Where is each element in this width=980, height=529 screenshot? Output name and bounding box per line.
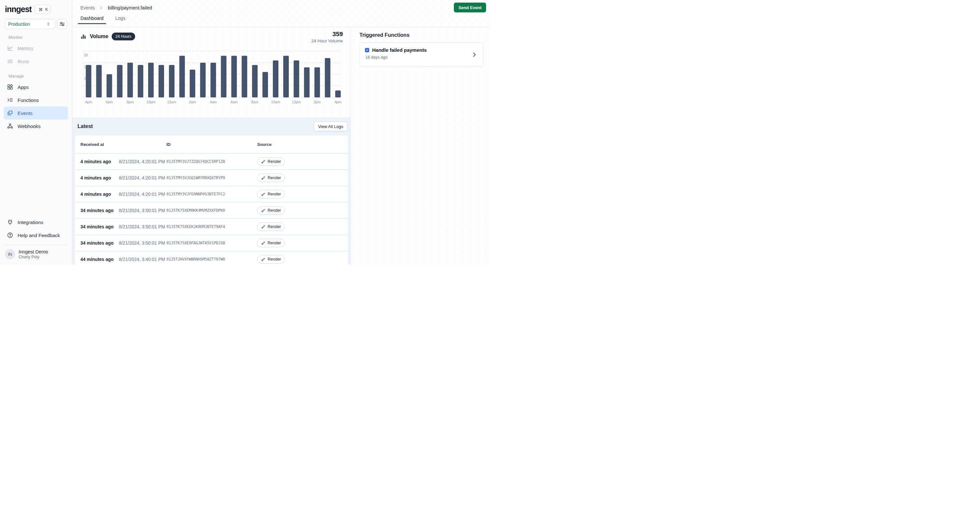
- environment-select[interactable]: Production: [5, 19, 55, 29]
- sidebar: inngest K Production MonitorMetricsRunsM…: [0, 0, 72, 264]
- sidebar-item-functions[interactable]: Functions: [4, 94, 68, 107]
- command-k-shortcut[interactable]: K: [35, 5, 51, 14]
- source-badge-render[interactable]: Render: [257, 239, 285, 247]
- event-id: 01J5TK75XEEKJK0EMJBTET9AF4: [165, 225, 257, 229]
- sidebar-item-events[interactable]: Events: [4, 107, 68, 120]
- function-code-icon: [365, 48, 369, 52]
- tab-dashboard[interactable]: Dashboard: [78, 16, 106, 24]
- function-name: Handle failed payments: [372, 47, 427, 53]
- table-row[interactable]: 34 minutes ago8/21/2024, 3:50:01 PM01J5T…: [75, 218, 348, 234]
- time-range-badge[interactable]: 24 Hours: [112, 33, 135, 40]
- received-relative: 4 minutes ago: [75, 175, 117, 180]
- environment-name: Production: [8, 21, 30, 27]
- source-badge-render[interactable]: Render: [257, 255, 285, 263]
- app-root: inngest K Production MonitorMetricsRunsM…: [0, 0, 490, 264]
- source-badge-render[interactable]: Render: [257, 190, 285, 198]
- tabs: Dashboard Logs: [78, 16, 490, 24]
- source-label: Render: [267, 159, 281, 164]
- chevron-right-icon: [471, 51, 477, 58]
- column-received-at: Received at: [75, 142, 117, 147]
- svg-text:20: 20: [84, 53, 88, 57]
- webhooks-icon: [7, 123, 13, 129]
- svg-text:10pm: 10pm: [146, 100, 156, 104]
- svg-text:10am: 10am: [271, 100, 280, 104]
- event-id: 01J5TJHVXYWBRNHSM58ZTT07W0: [165, 257, 257, 261]
- metrics-icon: [7, 45, 13, 51]
- received-datetime: 8/21/2024, 3:50:01 PM: [117, 241, 165, 245]
- breadcrumb: Events billing/payment.failed: [72, 0, 490, 11]
- volume-chart-section: Volume 24 Hours 359 24 Hour Volume 51015…: [72, 27, 351, 117]
- source-badge-render[interactable]: Render: [257, 206, 285, 215]
- triggered-functions-title: Triggered Functions: [360, 32, 484, 38]
- triggered-functions-panel: Triggered Functions Handle failed paymen…: [351, 27, 490, 264]
- table-row[interactable]: 4 minutes ago8/21/2024, 4:20:01 PM01J5TM…: [75, 186, 348, 202]
- source-badge-render[interactable]: Render: [257, 174, 285, 182]
- breadcrumb-event-name: billing/payment.failed: [108, 5, 152, 10]
- triggered-function-card[interactable]: Handle failed payments 16 days ago: [360, 42, 484, 67]
- shortcut-key: K: [45, 7, 48, 12]
- sidebar-item-integrations[interactable]: Integrations: [4, 216, 68, 229]
- sidebar-item-apps[interactable]: Apps: [4, 80, 68, 94]
- received-datetime: 8/21/2024, 4:20:01 PM: [117, 175, 165, 180]
- command-icon: [37, 6, 44, 13]
- sidebar-item-webhooks[interactable]: Webhooks: [4, 120, 68, 132]
- received-relative: 34 minutes ago: [75, 224, 117, 229]
- sidebar-item-label: Metrics: [18, 46, 33, 51]
- svg-text:8am: 8am: [251, 100, 258, 104]
- received-relative: 34 minutes ago: [75, 208, 117, 213]
- inngest-logo[interactable]: inngest: [5, 5, 32, 14]
- source-label: Render: [267, 257, 281, 261]
- column-id: ID: [165, 142, 257, 147]
- view-all-logs-button[interactable]: View All Logs: [314, 121, 347, 131]
- tab-logs[interactable]: Logs: [113, 16, 128, 24]
- user-name: Charly Poly: [19, 255, 48, 259]
- table-row[interactable]: 4 minutes ago8/21/2024, 4:20:01 PM01J5TM…: [75, 169, 348, 186]
- environment-settings-button[interactable]: [57, 19, 67, 29]
- breadcrumb-chevron-icon: [98, 5, 105, 11]
- event-dashboard-column: Volume 24 Hours 359 24 Hour Volume 51015…: [72, 27, 351, 264]
- table-row[interactable]: 44 minutes ago8/21/2024, 3:40:01 PM01J5T…: [75, 251, 348, 264]
- source-label: Render: [267, 208, 281, 213]
- table-row[interactable]: 34 minutes ago8/21/2024, 3:50:01 PM01J5T…: [75, 234, 348, 251]
- received-datetime: 8/21/2024, 4:20:01 PM: [117, 191, 165, 197]
- profile[interactable]: IN Inngest Demo Charly Poly: [4, 245, 68, 261]
- sidebar-item-label: Functions: [18, 97, 39, 103]
- nav-section-label: Manage: [8, 73, 68, 78]
- key-icon: [261, 176, 265, 180]
- source-label: Render: [267, 192, 281, 196]
- svg-text:2pm: 2pm: [313, 100, 320, 104]
- svg-text:12am: 12am: [167, 100, 177, 104]
- svg-text:4pm: 4pm: [334, 100, 341, 104]
- svg-text:6am: 6am: [231, 100, 237, 104]
- key-icon: [261, 209, 265, 213]
- latest-section: Latest View All Logs Received at ID Sour…: [72, 117, 351, 264]
- key-icon: [261, 257, 265, 261]
- event-id: 01J5TMY3VJFE0NNP0S3BTE7FC2: [165, 192, 257, 196]
- volume-title: Volume: [90, 33, 108, 40]
- key-icon: [261, 241, 265, 245]
- environment-row: Production: [4, 19, 68, 29]
- avatar: IN: [5, 249, 15, 259]
- source-badge-render[interactable]: Render: [257, 223, 285, 231]
- volume-total-label: 24 Hour Volume: [311, 38, 343, 43]
- svg-text:4am: 4am: [210, 100, 216, 104]
- breadcrumb-events[interactable]: Events: [80, 5, 95, 10]
- nav-section-label: Monitor: [8, 35, 68, 40]
- sidebar-item-label: Integrations: [18, 220, 43, 225]
- sidebar-item-help-and-feedback[interactable]: Help and Feedback: [4, 229, 68, 242]
- received-relative: 4 minutes ago: [75, 191, 117, 197]
- event-id: 01J5TMY3VJGQ1WRYRRXQXTRYP9: [165, 175, 257, 180]
- sidebar-item-runs[interactable]: Runs: [4, 55, 68, 68]
- event-id: 01J5TMY3VJTZ2QG74QCC5RP1Z8: [165, 159, 257, 164]
- source-badge-render[interactable]: Render: [257, 157, 285, 166]
- sidebar-item-metrics[interactable]: Metrics: [4, 42, 68, 55]
- volume-total: 359: [311, 30, 343, 38]
- send-event-button[interactable]: Send Event: [454, 3, 486, 13]
- main-area: Events billing/payment.failed Send Event…: [72, 0, 490, 264]
- logo-row: inngest K: [4, 5, 68, 14]
- function-last-run: 16 days ago: [365, 55, 478, 60]
- table-row[interactable]: 4 minutes ago8/21/2024, 4:20:01 PM01J5TM…: [75, 153, 348, 169]
- table-row[interactable]: 34 minutes ago8/21/2024, 3:50:01 PM01J5T…: [75, 202, 348, 218]
- sliders-icon: [59, 21, 65, 27]
- sidebar-footer: IntegrationsHelp and Feedback IN Inngest…: [4, 216, 68, 261]
